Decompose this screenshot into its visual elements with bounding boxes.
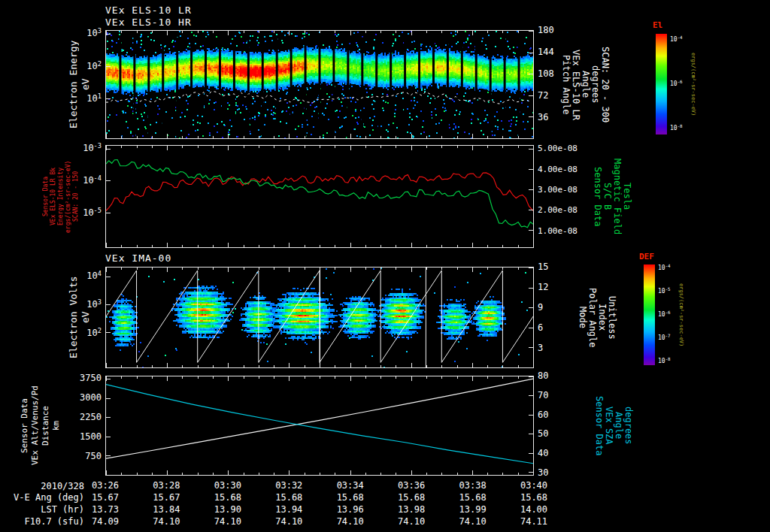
right-axis-tick-label: 60: [538, 410, 548, 419]
footer-value: 15.68: [275, 493, 302, 502]
right-axis-tick-label: 108: [538, 69, 554, 78]
panel-ima-spectrogram: [105, 267, 534, 368]
footer-value: 13.96: [337, 505, 364, 514]
y-axis-label: SCAN: 20 - 150: [72, 145, 80, 248]
canvas-altitude-and-sza: [106, 376, 533, 475]
footer-value: 74.10: [337, 517, 364, 526]
right-axis-tick-label: 144: [538, 47, 554, 56]
right-axis-tick-label: 80: [538, 371, 548, 380]
canvas-ima-spectrogram: [106, 268, 533, 367]
right-axis-tick-label: 12: [538, 283, 548, 292]
footer-value: 13.94: [275, 505, 302, 514]
footer-value: 74.10: [275, 517, 302, 526]
right-axis-label: Angle: [581, 30, 590, 139]
y-axis-label: VEx Alt/Venus/Pd: [30, 376, 41, 476]
canvas-els-energy-spectrogram: [106, 31, 533, 138]
y-axis-tick-label: 10-4: [83, 176, 102, 185]
footer-value: 13.98: [398, 505, 425, 514]
right-axis-label: Pitch Angle: [561, 30, 571, 139]
footer-value: 74.11: [520, 517, 547, 526]
right-axis-tick-label: 5.00e-08: [538, 144, 578, 153]
right-axis-tick-label: 50: [538, 429, 548, 438]
right-axis-label: Magnetic Field: [612, 145, 622, 248]
ima-colorbar-tick-label: 10-6: [658, 312, 671, 318]
footer-value: 15.67: [92, 493, 119, 502]
y-axis-label: Sensor Data: [42, 145, 50, 248]
right-axis-label: S/C B: [602, 145, 612, 248]
footer-value: 15.68: [398, 493, 425, 502]
ima-colorbar-tick-label: 10-4: [658, 265, 671, 271]
canvas-els-intensity-and-bfield: [106, 146, 533, 247]
y-axis-tick-label: 3750: [80, 373, 102, 382]
y-axis-tick-label: 750: [85, 452, 102, 461]
panel-els-energy-spectrogram: [105, 30, 534, 139]
right-axis-tick-label: 9: [538, 303, 543, 312]
els-lr-title: VEx ELS-10 LR: [105, 5, 192, 16]
footer-value: 74.09: [92, 517, 119, 526]
right-axis-label: Sensor Data: [594, 376, 604, 476]
right-axis-label: degrees: [590, 30, 600, 139]
time-tick-label: 03:28: [153, 481, 180, 490]
ima-colorbar: [644, 264, 655, 365]
footer-value: 15.68: [214, 493, 241, 502]
y-axis-label: Energy Intensity: [57, 145, 65, 248]
footer-value: 13.90: [214, 505, 241, 514]
time-tick-label: 03:34: [337, 481, 364, 490]
right-axis-label: Tesla: [622, 145, 632, 248]
right-axis-tick-label: 72: [538, 91, 548, 100]
right-axis-tick-label: 3: [538, 343, 543, 352]
ima-colorbar-units: ergs/(cm²-sr-sec-eV): [678, 264, 684, 365]
time-tick-label: 03:32: [275, 481, 302, 490]
right-axis-label: Polar Angle: [587, 267, 597, 368]
els-colorbar-tick-label: 10-4: [670, 37, 683, 43]
els-colorbar-tick-label: 10-6: [670, 81, 683, 87]
right-axis-tick-label: 1.00e-08: [538, 226, 578, 234]
panel-els-intensity-and-bfield: [105, 145, 534, 248]
right-axis-label: VEx ELS-10 LR: [571, 30, 581, 139]
time-tick-label: 03:40: [520, 481, 547, 490]
right-axis-label: SCAN: 20 - 300: [600, 30, 610, 139]
y-axis-label: eV: [80, 267, 92, 368]
els-colorbar-title: El: [653, 20, 662, 30]
footer-value: 13.84: [153, 505, 180, 514]
y-axis-label: Electron Volts: [68, 267, 80, 368]
right-axis-tick-label: 36: [538, 113, 548, 122]
footer-row-label: LST (hr): [41, 505, 84, 514]
y-axis-label: eV: [80, 30, 92, 139]
right-axis-tick-label: 40: [538, 449, 548, 458]
y-axis-tick-label: 3000: [80, 393, 102, 402]
footer-value: 13.73: [92, 505, 119, 514]
y-axis-label: Distance: [41, 376, 51, 476]
footer-value: 74.10: [153, 517, 180, 526]
date-label: 2010/328: [41, 481, 84, 491]
vex-quicklook-display: VEx ELS-10 LR VEx ELS-10 HR VEx IMA-00 E…: [0, 0, 770, 532]
footer-value: 15.68: [459, 493, 487, 502]
right-axis-label: Index: [597, 267, 607, 368]
footer-value: 74.10: [459, 517, 487, 526]
ima-colorbar-tick-label: 10-5: [658, 289, 671, 295]
footer-value: 15.68: [520, 493, 547, 502]
ima-title: VEx IMA-00: [105, 252, 171, 264]
y-axis-tick-label: 10-5: [83, 208, 102, 217]
time-tick-label: 03:36: [398, 481, 425, 490]
right-axis-tick-label: 2.00e-08: [538, 206, 578, 214]
right-axis-label: VEx SZA: [604, 376, 614, 476]
right-axis-label: Unitless: [607, 267, 617, 368]
y-axis-label: Electron Energy: [68, 30, 80, 139]
footer-value: 15.67: [153, 493, 180, 502]
right-axis-label: Sensor Data: [593, 145, 602, 248]
panel-altitude-and-sza: [105, 376, 534, 476]
y-axis-label: Sensor Data: [20, 376, 30, 476]
footer-value: 13.99: [459, 505, 487, 514]
right-axis-tick-label: 4.00e-08: [538, 165, 578, 173]
els-colorbar: [656, 34, 667, 135]
right-axis-tick-label: 30: [538, 468, 548, 477]
right-axis-label: Angle: [614, 376, 623, 476]
footer-row-label: V-E Ang (deg): [14, 493, 84, 502]
ima-colorbar-tick-label: 10-8: [658, 358, 671, 364]
y-axis-tick-label: 1500: [80, 432, 102, 441]
footer-value: 74.10: [398, 517, 425, 526]
y-axis-label: km: [51, 376, 62, 476]
ima-colorbar-title: DEF: [639, 252, 654, 261]
footer-row-label: F10.7 (sfu): [25, 517, 84, 526]
